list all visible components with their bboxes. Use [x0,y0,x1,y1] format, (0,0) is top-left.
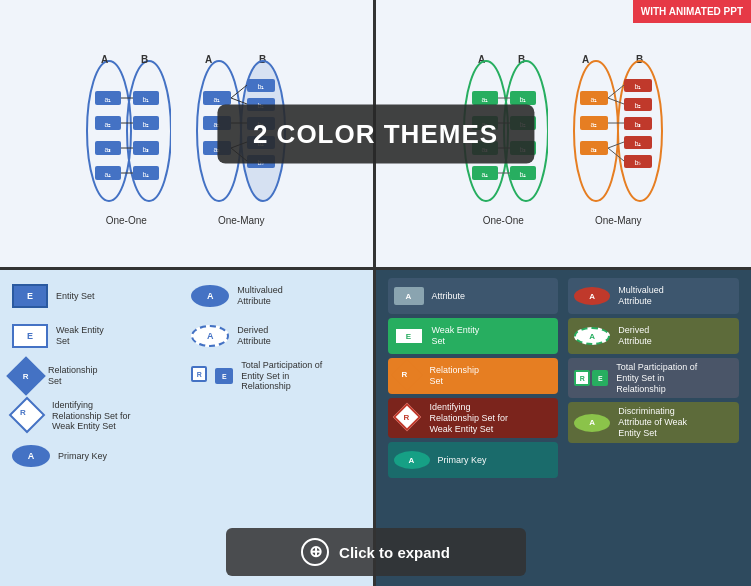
svg-text:A: A [101,54,108,65]
legend-row-primary-key: A Primary Key [12,438,181,474]
legend-row-weak-entity: E Weak EntitySet [12,318,181,354]
legend-row-total-participation-right: R E Total Participation ofEntity Set inR… [568,358,739,398]
multivalued-shape-right: A [574,287,610,305]
svg-text:A: A [205,54,212,65]
primary-key-icon: A [12,445,50,467]
legend-row-multivalued: A MultivaluedAttribute [191,278,360,314]
svg-text:b₁: b₁ [635,83,642,90]
weak-entity-icon-right: E [394,327,424,345]
legend-row-identifying-right: R IdentifyingRelationship Set forWeak En… [388,398,559,438]
legend-row-derived: A DerivedAttribute [191,318,360,354]
derived-shape-right: A [574,327,610,345]
weak-entity-label-right: Weak EntitySet [432,325,480,347]
entity-set-shape: E [12,284,48,308]
relationship-shape-right: R [394,362,422,390]
multivalued-icon: A [191,285,229,307]
multivalued-label-right: MultivaluedAttribute [618,285,664,307]
svg-text:b₅: b₅ [635,159,642,166]
total-participation-shapes: R E [191,366,233,386]
legend-row-multivalued-right: A MultivaluedAttribute [568,278,739,314]
svg-text:a₂: a₂ [105,121,112,128]
svg-text:a₃: a₃ [591,146,598,153]
diagram-one-one-blue: A B a₁ a₂ a₃ a₄ [81,41,171,226]
derived-label: DerivedAttribute [237,325,271,347]
multivalued-label: MultivaluedAttribute [237,285,283,307]
main-container: WITH ANIMATED PPT A B a₁ [0,0,751,586]
svg-text:B: B [141,54,148,65]
svg-text:b₂: b₂ [143,121,150,128]
total-participation-icon: R E [191,366,233,386]
animated-badge: WITH ANIMATED PPT [633,0,751,23]
svg-text:a₁: a₁ [105,96,112,103]
relationship-label: RelationshipSet [48,365,98,387]
total-participation-label: Total Participation ofEntity Set inRelat… [241,360,322,392]
legend-row-weak-entity-right: E Weak EntitySet [388,318,559,354]
svg-text:b₁: b₁ [258,83,265,90]
svg-text:a₃: a₃ [105,146,112,153]
svg-line-96 [608,142,624,148]
legend-row-entity-set: E Entity Set [12,278,181,314]
legend-row-identifying: R IdentifyingRelationship Set forWeak En… [12,398,181,434]
attribute-shape-right: A [394,287,424,305]
total-participation-shapes-right: R E [574,370,608,386]
legend-row-relationship: R RelationshipSet [12,358,181,394]
svg-text:a₁: a₁ [591,96,598,103]
relationship-icon-right: R [394,362,422,390]
svg-text:b₁: b₁ [143,96,150,103]
discriminating-icon-right: A [574,414,610,432]
primary-key-label: Primary Key [58,451,107,462]
svg-text:b₄: b₄ [520,171,527,178]
legend-row-discriminating-right: A DiscriminatingAttribute of WeakEntity … [568,402,739,442]
relationship-label-right: RelationshipSet [430,365,480,387]
legend-row-total-participation: R E Total Participation ofEntity Set inR… [191,358,360,394]
weak-entity-icon: E [12,324,48,348]
svg-text:b₃: b₃ [143,146,150,153]
svg-text:b₄: b₄ [143,171,150,178]
identifying-label-right: IdentifyingRelationship Set forWeak Enti… [430,402,509,434]
svg-text:a₁: a₁ [482,96,489,103]
svg-text:B: B [636,54,643,65]
svg-text:a₂: a₂ [591,121,598,128]
diagram-label-one-many-right: One-Many [595,215,642,226]
total-participation-icon-right: R E [574,370,608,386]
multivalued-icon-right: A [574,287,610,305]
primary-key-shape: A [12,445,50,467]
expand-label: Click to expand [339,544,450,561]
expand-overlay[interactable]: ⊕ Click to expand [226,528,526,576]
identifying-label: IdentifyingRelationship Set forWeak Enti… [52,400,131,432]
derived-shape: A [191,325,229,347]
svg-text:b₂: b₂ [635,102,642,109]
relationship-shape: R [6,356,46,396]
identifying-shape-right: R [394,404,422,432]
derived-label-right: DerivedAttribute [618,325,652,347]
multivalued-shape: A [191,285,229,307]
weak-entity-shape: E [12,324,48,348]
discriminating-label-right: DiscriminatingAttribute of WeakEntity Se… [618,406,687,438]
attribute-icon-right: A [394,287,424,305]
svg-text:a₄: a₄ [105,171,112,178]
diagram-one-many-orange: A B a₁ a₂ a₃ b₁ b₂ [568,41,668,226]
svg-text:b₃: b₃ [635,121,642,128]
diagram-label-one-many-left: One-Many [218,215,265,226]
expand-circle-icon: ⊕ [301,538,329,566]
entity-set-icon: E [12,284,48,308]
svg-text:a₄: a₄ [482,171,489,178]
total-participation-label-right: Total Participation ofEntity Set inRelat… [616,362,697,394]
identifying-icon: R [12,400,44,432]
legend-row-attribute-right: A Attribute [388,278,559,314]
svg-point-75 [574,61,618,201]
weak-entity-label: Weak EntitySet [56,325,104,347]
primary-key-shape-right: A [394,451,430,469]
top-diagrams-section: A B a₁ a₂ a₃ a₄ [0,0,751,270]
attribute-label-right: Attribute [432,291,466,302]
svg-text:a₁: a₁ [214,96,221,103]
discriminating-shape-right: A [574,414,610,432]
svg-text:b₄: b₄ [635,140,642,147]
identifying-icon-right: R [394,404,422,432]
weak-entity-shape-right: E [394,327,424,345]
legend-row-primary-key-right: A Primary Key [388,442,559,478]
legend-row-derived-right: A DerivedAttribute [568,318,739,354]
derived-icon: A [191,325,229,347]
relationship-icon: R [12,362,40,390]
primary-key-icon-right: A [394,451,430,469]
